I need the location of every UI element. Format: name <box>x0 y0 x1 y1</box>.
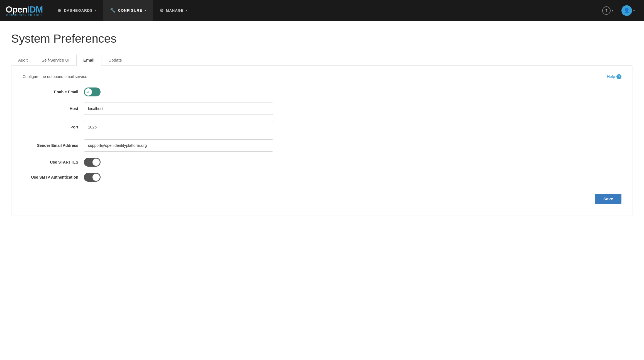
port-label: Port <box>23 125 84 129</box>
sender-email-label: Sender Email Address <box>23 143 84 148</box>
toggle-slider-smtp <box>84 173 101 182</box>
host-label: Host <box>23 106 84 111</box>
page-title: System Preferences <box>11 32 633 45</box>
nav-configure-label: CONFIGURE <box>118 8 142 13</box>
user-avatar: 👤 <box>621 5 632 16</box>
configure-icon: 🔧 <box>110 8 116 13</box>
tabs-container: Audit Self-Service UI Email Update <box>11 54 633 65</box>
configure-chevron-icon: ▾ <box>145 9 146 12</box>
sender-email-row: Sender Email Address <box>23 139 621 152</box>
nav-dashboards-label: DASHBOARDS <box>64 8 92 13</box>
use-smtp-row: Use SMTP Authentication <box>23 173 621 182</box>
help-link-label: Help <box>607 74 615 79</box>
brand-open: Open <box>6 4 27 14</box>
manage-chevron-icon: ▾ <box>186 9 187 12</box>
use-starttls-toggle[interactable] <box>84 158 101 167</box>
use-smtp-toggle[interactable] <box>84 173 101 182</box>
tab-self-service-ui[interactable]: Self-Service UI <box>35 54 76 66</box>
panel-description: Configure the outbound email service <box>23 74 87 79</box>
use-starttls-label: Use STARTTLS <box>23 160 84 164</box>
enable-email-row: Enable Email ✓ <box>23 87 621 96</box>
host-row: Host <box>23 103 621 115</box>
port-row: Port <box>23 121 621 133</box>
toggle-slider-starttls <box>84 158 101 167</box>
save-button[interactable]: Save <box>595 194 621 204</box>
brand-idm: IDM <box>27 4 43 14</box>
help-link-icon: ? <box>616 74 621 79</box>
toggle-knob-enable-email: ✓ <box>85 88 92 96</box>
nav-right: ? ▾ 👤 ▾ <box>599 0 638 21</box>
user-avatar-icon: 👤 <box>624 8 630 14</box>
nav-dashboards[interactable]: ⊞ DASHBOARDS ▾ <box>51 0 103 21</box>
help-chevron-icon: ▾ <box>612 8 614 13</box>
tab-audit[interactable]: Audit <box>11 54 35 66</box>
port-input[interactable] <box>84 121 273 133</box>
host-input[interactable] <box>84 103 273 115</box>
nav-configure[interactable]: 🔧 CONFIGURE ▾ <box>103 0 153 21</box>
toggle-check-icon: ✓ <box>87 90 90 94</box>
main-content: System Preferences Audit Self-Service UI… <box>0 21 644 360</box>
help-button[interactable]: ? ▾ <box>599 0 617 21</box>
enable-email-label: Enable Email <box>23 90 84 94</box>
nav-manage[interactable]: ⚙ MANAGE ▾ <box>153 0 194 21</box>
dashboards-chevron-icon: ▾ <box>95 9 97 12</box>
toggle-slider-enable-email: ✓ <box>84 87 101 96</box>
enable-email-toggle[interactable]: ✓ <box>84 87 101 96</box>
toggle-knob-starttls <box>92 159 100 166</box>
nav-manage-label: MANAGE <box>166 8 184 13</box>
help-link[interactable]: Help ? <box>607 74 621 79</box>
user-chevron-icon: ▾ <box>633 8 635 13</box>
help-circle-icon: ? <box>602 6 611 15</box>
dashboards-icon: ⊞ <box>58 8 62 13</box>
brand-sub: Community Edition <box>6 14 43 16</box>
nav-items: ⊞ DASHBOARDS ▾ 🔧 CONFIGURE ▾ ⚙ MANAGE ▾ <box>51 0 599 21</box>
sender-email-input[interactable] <box>84 139 273 152</box>
manage-icon: ⚙ <box>160 8 164 13</box>
use-starttls-row: Use STARTTLS <box>23 158 621 167</box>
navbar: OpenIDM Community Edition ⊞ DASHBOARDS ▾… <box>0 0 644 21</box>
brand-logo[interactable]: OpenIDM Community Edition <box>6 4 43 16</box>
panel-header: Configure the outbound email service Hel… <box>23 74 621 79</box>
user-menu[interactable]: 👤 ▾ <box>618 0 638 21</box>
use-smtp-label: Use SMTP Authentication <box>23 175 84 179</box>
toggle-knob-smtp <box>92 174 100 181</box>
tab-update[interactable]: Update <box>101 54 129 66</box>
panel-footer: Save <box>23 188 621 204</box>
email-form-panel: Configure the outbound email service Hel… <box>11 65 633 215</box>
tab-email[interactable]: Email <box>76 54 101 66</box>
